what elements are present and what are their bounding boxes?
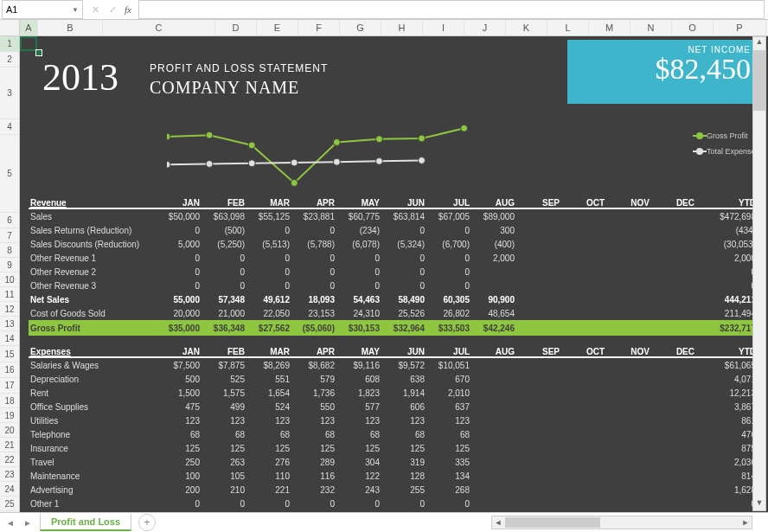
table-row[interactable]: Rent1,5001,5751,6541,7361,8231,9142,0101… bbox=[29, 386, 759, 400]
table-row[interactable]: Other Revenue 300000000 bbox=[29, 279, 759, 292]
svg-point-6 bbox=[419, 135, 426, 142]
tab-nav-next-icon[interactable]: ► bbox=[21, 516, 35, 529]
table-row[interactable]: Cost of Goods Sold20,00021,00022,05023,1… bbox=[29, 306, 759, 320]
table-row[interactable]: Office Supplies4754995245505776066373,86… bbox=[29, 400, 759, 413]
formula-input[interactable] bbox=[138, 0, 765, 19]
scroll-right-icon[interactable]: ► bbox=[739, 518, 752, 527]
row-header[interactable]: 6 bbox=[0, 213, 19, 228]
column-header[interactable]: L bbox=[547, 20, 589, 35]
svg-point-11 bbox=[291, 159, 298, 166]
vertical-scrollbar[interactable]: ▲ ▼ bbox=[752, 36, 766, 511]
row-header[interactable]: 9 bbox=[0, 258, 19, 272]
row-header[interactable]: 13 bbox=[0, 317, 19, 331]
row-header[interactable]: 14 bbox=[0, 331, 19, 346]
scroll-up-icon[interactable]: ▲ bbox=[753, 37, 765, 49]
select-all-triangle[interactable] bbox=[0, 20, 20, 35]
svg-point-4 bbox=[333, 138, 340, 145]
row-header[interactable]: 24 bbox=[0, 482, 19, 497]
add-sheet-icon[interactable]: + bbox=[138, 514, 156, 531]
scroll-left-icon[interactable]: ◄ bbox=[492, 518, 504, 527]
column-header[interactable]: N bbox=[630, 20, 672, 35]
column-header[interactable]: G bbox=[340, 20, 381, 35]
table-row[interactable]: Advertising2002102212322432552681,628 bbox=[29, 483, 759, 497]
report-subtitle: PROFIT AND LOSS STATEMENT bbox=[150, 62, 328, 74]
table-row[interactable]: Sales Returns (Reduction)0(500)00(234)00… bbox=[29, 223, 759, 237]
table-row[interactable]: Other Revenue 100000002,0002,000 bbox=[29, 251, 759, 265]
table-row[interactable]: Salaries & Wages$7,500$7,875$8,269$8,682… bbox=[29, 358, 759, 372]
row-header[interactable]: 5 bbox=[0, 135, 19, 213]
table-row[interactable]: Sales$50,000$63,098$55,125$23,881$60,775… bbox=[29, 209, 759, 223]
table-row[interactable]: Travel2502632762893043193352,036 bbox=[29, 455, 759, 469]
table-row[interactable]: Sales Discounts (Reduction)5,000(5,250)(… bbox=[29, 237, 759, 251]
svg-point-3 bbox=[291, 179, 298, 186]
column-header[interactable]: P bbox=[714, 20, 766, 35]
tab-nav-prev-icon[interactable]: ◄ bbox=[3, 516, 17, 529]
svg-point-14 bbox=[419, 157, 426, 163]
expenses-table: ExpensesJANFEBMARAPRMAYJUNJULAUGSEPOCTNO… bbox=[29, 343, 759, 510]
row-header[interactable]: 23 bbox=[0, 467, 19, 482]
scroll-down-icon[interactable]: ▼ bbox=[753, 498, 765, 510]
svg-point-2 bbox=[248, 142, 255, 149]
row-header[interactable]: 19 bbox=[0, 408, 19, 423]
table-row[interactable]: Utilities123123123123123123123861 bbox=[29, 413, 759, 427]
row-header[interactable]: 3 bbox=[0, 67, 19, 119]
name-box[interactable]: A1 ▼ bbox=[2, 0, 83, 19]
column-header[interactable]: B bbox=[38, 20, 103, 35]
column-header[interactable]: I bbox=[423, 20, 464, 35]
row-header[interactable]: 10 bbox=[0, 272, 19, 287]
row-header[interactable]: 25 bbox=[0, 497, 19, 511]
sheet-tab-strip: ◄ ► Profit and Loss + ◄ ► bbox=[0, 512, 768, 532]
table-row[interactable]: Net Sales55,00057,34849,61218,09354,4635… bbox=[29, 292, 759, 306]
svg-point-10 bbox=[248, 160, 255, 167]
row-header[interactable]: 11 bbox=[0, 287, 19, 302]
worksheet[interactable]: 2013 PROFIT AND LOSS STATEMENT COMPANY N… bbox=[20, 36, 768, 514]
row-header[interactable]: 12 bbox=[0, 302, 19, 317]
chart-legend: Gross Profit Total Expenses bbox=[693, 131, 759, 163]
column-header-row: ABCDEFGHIJKLMNOP bbox=[0, 20, 768, 36]
legend-total-expenses: Total Expenses bbox=[707, 147, 759, 156]
row-header[interactable]: 2 bbox=[0, 52, 19, 67]
formula-bar: A1 ▼ ✕ ✓ fx bbox=[0, 0, 768, 20]
hscroll-thumb[interactable] bbox=[505, 517, 600, 528]
fx-icon[interactable]: fx bbox=[125, 4, 131, 15]
fill-handle[interactable] bbox=[35, 49, 42, 56]
row-header[interactable]: 21 bbox=[0, 438, 19, 452]
svg-point-1 bbox=[206, 131, 213, 138]
row-header[interactable]: 18 bbox=[0, 394, 19, 408]
chevron-down-icon[interactable]: ▼ bbox=[72, 6, 79, 14]
table-row[interactable]: Depreciation5005255515796086386704,071 bbox=[29, 372, 759, 386]
svg-point-12 bbox=[333, 158, 340, 165]
column-header[interactable]: K bbox=[506, 20, 547, 35]
row-header[interactable]: 17 bbox=[0, 378, 19, 394]
table-row[interactable]: Other 100000000 bbox=[29, 497, 759, 510]
column-header[interactable]: C bbox=[103, 20, 215, 35]
row-header[interactable]: 1 bbox=[0, 36, 19, 52]
column-header[interactable]: E bbox=[257, 20, 298, 35]
row-header[interactable]: 15 bbox=[0, 346, 19, 362]
row-header[interactable]: 20 bbox=[0, 423, 19, 438]
company-name: COMPANY NAME bbox=[150, 78, 299, 98]
column-header[interactable]: J bbox=[464, 20, 506, 35]
horizontal-scrollbar[interactable]: ◄ ► bbox=[491, 516, 752, 529]
row-header-column: 1234567891011121314151617181920212223242… bbox=[0, 36, 20, 514]
table-row[interactable]: Telephone68686868686868476 bbox=[29, 427, 759, 441]
column-header[interactable]: D bbox=[215, 20, 257, 35]
table-row[interactable]: Other Revenue 200000000 bbox=[29, 265, 759, 279]
row-header[interactable]: 4 bbox=[0, 119, 19, 135]
row-header[interactable]: 16 bbox=[0, 362, 19, 378]
scroll-thumb[interactable] bbox=[753, 50, 765, 111]
net-income-card: NET INCOME $82,450 bbox=[567, 40, 763, 104]
column-header[interactable]: M bbox=[589, 20, 630, 35]
row-header[interactable]: 22 bbox=[0, 452, 19, 467]
column-header[interactable]: F bbox=[298, 20, 340, 35]
table-row[interactable]: Maintenance100105110116122128134814 bbox=[29, 469, 759, 483]
row-header[interactable]: 7 bbox=[0, 228, 19, 243]
row-header[interactable]: 8 bbox=[0, 243, 19, 258]
column-header[interactable]: O bbox=[672, 20, 714, 35]
column-header[interactable]: A bbox=[20, 20, 38, 35]
table-row[interactable]: Gross Profit$35,000$36,348$27,562($5,060… bbox=[29, 320, 759, 336]
column-header[interactable]: H bbox=[381, 20, 423, 35]
sheet-tab-active[interactable]: Profit and Loss bbox=[40, 514, 131, 531]
table-row[interactable]: Insurance125125125125125125125875 bbox=[29, 441, 759, 455]
legend-gross-profit: Gross Profit bbox=[707, 131, 748, 140]
